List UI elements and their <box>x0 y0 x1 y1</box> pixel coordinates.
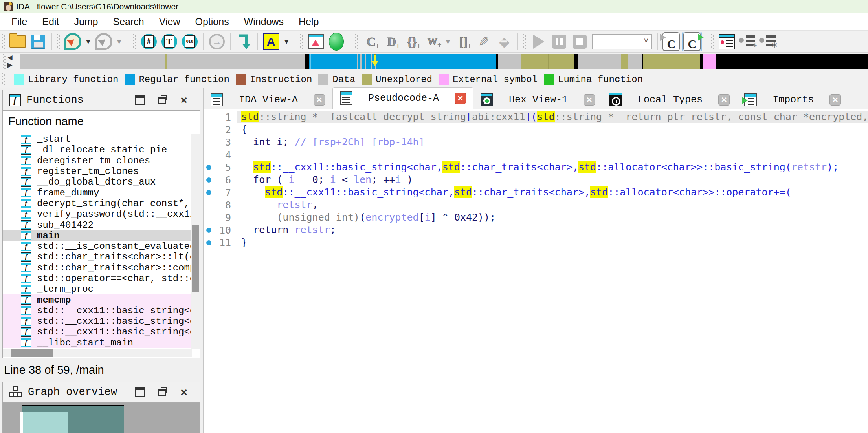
graph-close-button[interactable]: × <box>178 386 190 398</box>
navband-segment[interactable] <box>716 54 868 69</box>
create-code-icon[interactable]: C+ <box>362 32 380 51</box>
function-list-item[interactable]: f_dl_relocate_static_pie <box>3 144 192 155</box>
function-list-item[interactable]: fregister_tm_clones <box>3 166 192 177</box>
code-line-10[interactable]: 10 return retstr; <box>204 224 868 236</box>
code-line-6[interactable]: 6 for ( i = 0; i < len; ++i ) <box>204 174 868 186</box>
set-colors-icon[interactable]: A <box>262 32 281 51</box>
function-list-item[interactable]: f_term_proc <box>3 284 192 294</box>
number-format-icon[interactable]: # <box>139 32 158 51</box>
navigation-band[interactable] <box>20 54 868 69</box>
jump-forward-disabled-icon[interactable] <box>94 32 113 51</box>
drag-handle[interactable] <box>300 34 303 49</box>
create-enum-icon[interactable]: W+ <box>423 32 442 51</box>
function-list-item[interactable]: fsub_401422 <box>3 219 192 230</box>
jump-disabled-icon[interactable]: → <box>207 32 226 51</box>
scrollbar-thumb[interactable] <box>11 349 53 357</box>
navband-segment[interactable] <box>578 54 621 69</box>
caret-disabled[interactable]: ▼ <box>444 37 451 46</box>
binary-format-icon[interactable]: 010 <box>180 32 199 51</box>
breakpoint-add-icon[interactable]: + <box>738 32 757 51</box>
drag-handle[interactable] <box>57 34 60 49</box>
code-line-2[interactable]: 2{ <box>204 123 868 136</box>
breakpoint-list-icon[interactable] <box>718 32 736 51</box>
drag-handle[interactable] <box>133 34 136 49</box>
navband-segment[interactable] <box>548 54 549 69</box>
navband-segment[interactable] <box>521 54 574 69</box>
function-list-item[interactable]: fstd::operator==<char, std::char_tr <box>3 273 192 284</box>
code-line-9[interactable]: 9 (unsigned int)(encrypted[i] ^ 0x42)); <box>204 211 868 224</box>
start-process-icon[interactable] <box>529 32 548 51</box>
functions-maximize-button[interactable] <box>134 94 146 106</box>
navband-segment[interactable] <box>165 54 167 69</box>
function-list-item[interactable]: fframe_dummy <box>3 187 192 198</box>
function-list-item[interactable]: f_start <box>3 134 192 144</box>
functions-restore-button[interactable] <box>156 94 168 106</box>
navband-segment[interactable] <box>365 54 366 69</box>
patch-icon[interactable]: ◆ <box>495 32 514 51</box>
caret[interactable]: ▼ <box>84 37 92 46</box>
caret-disabled[interactable]: ▼ <box>116 37 123 46</box>
run-c-icon[interactable]: C <box>682 32 702 51</box>
jump-back-icon[interactable] <box>63 32 82 51</box>
navband-scroll-arrows[interactable]: ◀▶ <box>5 54 15 69</box>
stop-process-icon[interactable] <box>570 32 589 51</box>
breakpoint-delete-icon[interactable]: ✲ <box>758 32 777 51</box>
menu-help[interactable]: Help <box>291 13 326 30</box>
functions-horizontal-scrollbar[interactable] <box>3 349 192 357</box>
create-data-icon[interactable]: D+ <box>382 32 401 51</box>
drag-handle[interactable] <box>711 34 714 49</box>
jump-next-icon[interactable] <box>235 32 253 51</box>
navband-segment[interactable] <box>700 54 703 69</box>
tab-ida-view-a[interactable]: IDA View-A✕ <box>204 91 332 109</box>
navband-segment[interactable] <box>20 54 305 69</box>
menu-edit[interactable]: Edit <box>35 13 66 30</box>
navband-segment[interactable] <box>621 54 628 69</box>
tab-close-button[interactable]: ✕ <box>584 94 595 106</box>
attach-c-icon[interactable]: C <box>662 32 681 51</box>
function-list-item[interactable]: fderegister_tm_clones <box>3 155 192 166</box>
tab-close-button[interactable]: ✕ <box>455 93 466 104</box>
pause-process-icon[interactable] <box>550 32 569 51</box>
navband-segment[interactable] <box>574 54 578 69</box>
navband-segment[interactable] <box>628 54 642 69</box>
tab-close-button[interactable]: ✕ <box>829 94 841 106</box>
navband-segment[interactable] <box>309 54 496 69</box>
code-line-7[interactable]: 7 std::__cxx11::basic_string<char,std::c… <box>204 186 868 199</box>
function-list-item[interactable]: fstd::__cxx11::basic_string<char, s <box>3 327 192 337</box>
menu-jump[interactable]: Jump <box>66 13 105 30</box>
code-line-8[interactable]: 8 retstr, <box>204 199 868 211</box>
function-list-item[interactable]: fverify_password(std::__cxx11::bas <box>3 209 192 219</box>
address-dot[interactable] <box>204 177 214 183</box>
address-dot[interactable] <box>204 228 214 233</box>
scrollbar-thumb[interactable] <box>192 225 199 292</box>
drag-handle[interactable] <box>355 34 358 49</box>
demangle-icon[interactable] <box>306 32 325 51</box>
code-line-1[interactable]: 1std::string *__fastcall decrypt_string[… <box>204 111 868 123</box>
navband-segment[interactable] <box>310 54 311 69</box>
functions-close-button[interactable]: × <box>178 94 190 106</box>
tab-pseudocode-a[interactable]: Pseudocode-A✕ <box>332 87 473 109</box>
functions-panel-header[interactable]: f Functions × <box>2 90 200 111</box>
tab-close-button[interactable]: ✕ <box>718 94 730 106</box>
text-format-icon[interactable]: T <box>160 32 179 51</box>
create-struct-icon[interactable]: {}+ <box>402 32 421 51</box>
code-line-4[interactable]: 4 <box>204 148 868 161</box>
legend-drag-handle[interactable] <box>2 73 5 86</box>
create-array-icon[interactable]: []+ <box>454 32 473 51</box>
edit-comment-icon[interactable]: ✎ <box>474 32 493 51</box>
code-line-11[interactable]: 11} <box>204 236 868 249</box>
function-list-item[interactable]: fstd::__cxx11::basic_string<char, s <box>3 305 192 316</box>
graph-overview-body[interactable] <box>2 403 200 433</box>
function-list-item[interactable]: f__do_global_dtors_aux <box>3 177 192 187</box>
tab-hex-view-1[interactable]: Hex View-1✕ <box>473 91 602 109</box>
function-list-item[interactable]: fdecrypt_string(char const*, int) <box>3 198 192 209</box>
caret[interactable]: ▼ <box>283 37 290 46</box>
address-dot[interactable] <box>204 240 214 245</box>
navband-segment[interactable] <box>498 54 521 69</box>
function-list-item[interactable]: fmain <box>3 230 192 241</box>
graph-overview-header[interactable]: Graph overview × <box>2 382 200 403</box>
tab-imports[interactable]: Imports✕ <box>737 91 848 109</box>
navband-segment[interactable] <box>643 54 700 69</box>
navband-segment[interactable] <box>357 54 358 69</box>
function-list-item[interactable]: f__libc_start_main <box>3 338 192 348</box>
